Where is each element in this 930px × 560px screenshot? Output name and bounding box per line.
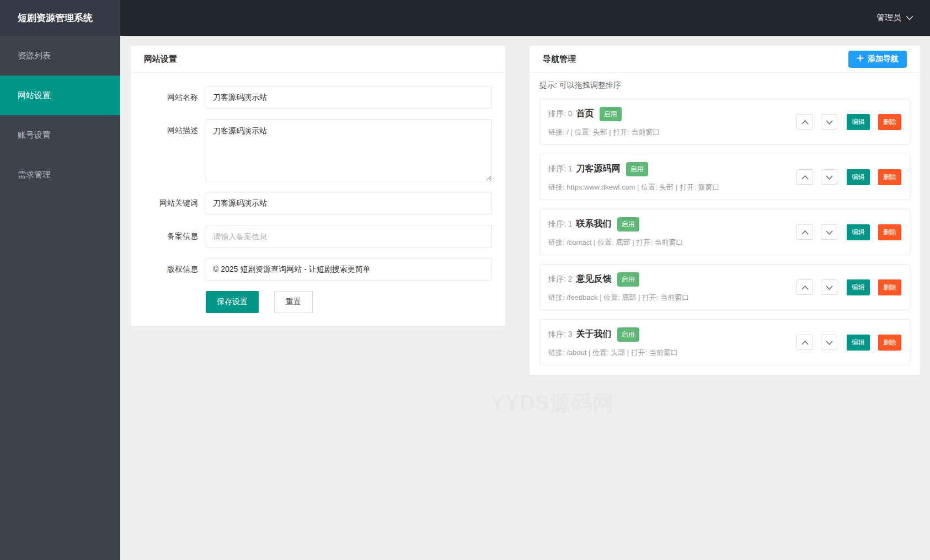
delete-button[interactable]: 删除 [878,335,901,351]
copyright-input[interactable] [206,258,492,281]
nav-item-meta: 链接: /feedback | 位置: 底部 | 打开: 当前窗口 [548,293,689,303]
nav-sort-label: 排序: 1 [548,164,573,174]
reset-button[interactable]: 重置 [274,291,313,313]
nav-item-row[interactable]: 排序: 2 意见反馈 启用 链接: /feedback | 位置: 底部 | 打… [539,264,910,310]
nav-item-row[interactable]: 排序: 1 刀客源码网 启用 链接: https:www.dkewl.com |… [539,154,910,200]
move-down-button[interactable] [821,224,837,240]
nav-item-name: 意见反馈 [576,273,612,285]
sidebar-item-site-settings[interactable]: 网站设置 [0,76,120,115]
move-up-button[interactable] [797,114,813,130]
add-nav-button-label: 添加导航 [868,54,899,64]
delete-button[interactable]: 删除 [878,114,901,130]
form-row-site-name: 网站名称 [144,86,492,109]
sidebar-item-resources[interactable]: 资源列表 [0,36,120,76]
status-badge: 启用 [626,162,648,176]
move-down-button[interactable] [821,335,837,350]
topbar: 管理员 [0,0,930,36]
status-badge: 启用 [617,272,639,287]
move-down-button[interactable] [821,279,837,295]
save-settings-button[interactable]: 保存设置 [206,291,259,313]
sidebar-item-account-settings[interactable]: 账号设置 [0,115,120,155]
nav-item-actions: 编辑 删除 [797,114,901,130]
add-nav-button[interactable]: 添加导航 [848,51,907,68]
sidebar-item-demand-management[interactable]: 需求管理 [0,155,120,195]
status-badge: 启用 [617,327,639,342]
app-title: 短剧资源管理系统 [0,0,120,36]
chevron-down-icon [826,118,833,126]
edit-button[interactable]: 编辑 [847,169,870,185]
nav-item-actions: 编辑 删除 [797,335,901,351]
user-menu-label: 管理员 [876,13,901,23]
delete-button[interactable]: 删除 [878,169,901,185]
nav-sort-label: 排序: 3 [548,330,573,340]
move-up-button[interactable] [797,169,813,185]
icp-label: 备案信息 [144,225,206,247]
form-buttons: 保存设置 重置 [206,291,492,313]
move-up-button[interactable] [797,224,813,240]
form-row-icp: 备案信息 [144,225,492,247]
edit-button[interactable]: 编辑 [847,279,870,295]
nav-item-row[interactable]: 排序: 0 首页 启用 链接: / | 位置: 头部 | 打开: 当前窗口 编辑… [539,99,910,145]
site-settings-card: 网站设置 网站名称 网站描述 刀客源码演示站 网站关键词 备案信息 版权信息 [131,46,505,326]
nav-item-name: 首页 [576,108,594,120]
site-keywords-label: 网站关键词 [144,192,206,214]
nav-sort-label: 排序: 2 [548,274,573,284]
chevron-up-icon [801,283,809,292]
site-settings-title: 网站设置 [144,54,177,64]
site-settings-form: 网站名称 网站描述 刀客源码演示站 网站关键词 备案信息 版权信息 保存设置 [131,73,505,326]
form-row-site-keywords: 网站关键词 [144,192,492,214]
sidebar: 短剧资源管理系统 资源列表 网站设置 账号设置 需求管理 [0,0,120,560]
nav-item-name: 关于我们 [576,329,612,340]
chevron-down-icon [826,228,833,236]
delete-button[interactable]: 删除 [878,279,901,295]
nav-item-actions: 编辑 删除 [797,224,901,240]
chevron-down-icon [826,338,833,347]
site-keywords-input[interactable] [206,192,492,214]
site-name-input[interactable] [206,86,492,109]
nav-item-meta: 链接: /contact | 位置: 底部 | 打开: 当前窗口 [548,238,683,247]
nav-item-info: 排序: 2 意见反馈 启用 链接: /feedback | 位置: 底部 | 打… [548,272,689,303]
nav-item-name: 联系我们 [576,218,612,230]
form-row-site-description: 网站描述 刀客源码演示站 [144,119,492,181]
move-down-button[interactable] [821,114,837,130]
site-description-textarea[interactable]: 刀客源码演示站 [206,119,492,181]
move-up-button[interactable] [797,335,813,350]
nav-sort-label: 排序: 1 [548,219,573,229]
copyright-label: 版权信息 [144,258,206,281]
user-menu[interactable]: 管理员 [876,13,913,23]
nav-sort-label: 排序: 0 [548,109,573,119]
chevron-up-icon [801,338,809,347]
site-description-label: 网站描述 [144,119,206,181]
move-up-button[interactable] [797,279,813,295]
form-row-copyright: 版权信息 [144,258,492,281]
nav-item-info: 排序: 3 关于我们 启用 链接: /about | 位置: 头部 | 打开: … [548,327,678,358]
plus-icon [857,55,864,63]
nav-item-meta: 链接: https:www.dkewl.com | 位置: 头部 | 打开: 新… [548,182,719,192]
edit-button[interactable]: 编辑 [847,335,870,351]
icp-input[interactable] [206,225,492,247]
nav-item-row[interactable]: 排序: 3 关于我们 启用 链接: /about | 位置: 头部 | 打开: … [539,319,910,365]
nav-item-actions: 编辑 删除 [797,169,901,185]
site-name-label: 网站名称 [144,86,206,109]
chevron-down-icon [906,15,913,20]
edit-button[interactable]: 编辑 [847,114,870,130]
nav-item-actions: 编辑 删除 [797,279,901,295]
move-down-button[interactable] [821,169,837,185]
delete-button[interactable]: 删除 [878,224,901,240]
main-content: 网站设置 网站名称 网站描述 刀客源码演示站 网站关键词 备案信息 版权信息 [120,0,930,375]
site-settings-header: 网站设置 [131,46,505,73]
chevron-up-icon [801,118,809,126]
nav-item-info: 排序: 1 联系我们 启用 链接: /contact | 位置: 底部 | 打开… [548,217,683,247]
chevron-down-icon [826,173,833,181]
nav-item-name: 刀客源码网 [576,163,621,175]
nav-list: 提示: 可以拖拽调整排序 排序: 0 首页 启用 链接: / | 位置: 头部 … [530,73,920,375]
nav-item-row[interactable]: 排序: 1 联系我们 启用 链接: /contact | 位置: 底部 | 打开… [539,209,910,255]
nav-management-title: 导航管理 [543,54,576,64]
watermark: YYDS源码网 [490,389,614,417]
edit-button[interactable]: 编辑 [847,224,870,240]
nav-item-info: 排序: 0 首页 启用 链接: / | 位置: 头部 | 打开: 当前窗口 [548,107,660,137]
nav-item-meta: 链接: /about | 位置: 头部 | 打开: 当前窗口 [548,348,678,358]
status-badge: 启用 [617,217,639,231]
status-badge: 启用 [600,107,622,121]
chevron-up-icon [801,173,809,181]
